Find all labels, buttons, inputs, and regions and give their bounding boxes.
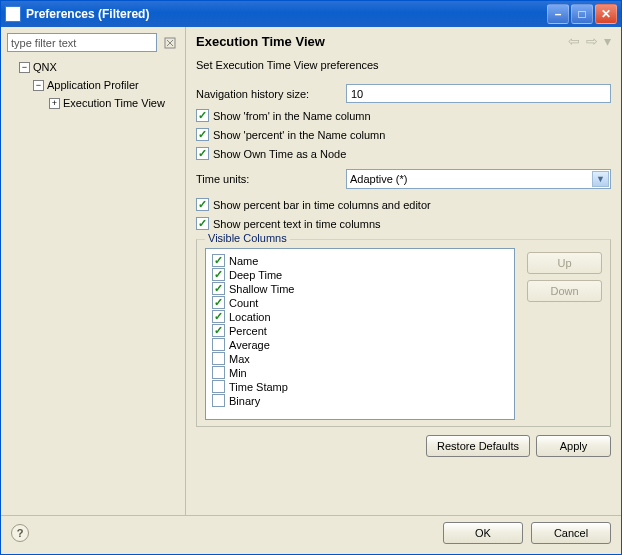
tree-pane: − QNX − Application Profiler + Execution…: [1, 27, 186, 515]
page-description: Set Execution Time View preferences: [196, 59, 611, 71]
nav-history-input[interactable]: [346, 84, 611, 103]
time-units-value: Adaptive (*): [350, 173, 407, 185]
column-label: Average: [229, 339, 270, 351]
column-label: Count: [229, 297, 258, 309]
column-checkbox[interactable]: ✓: [212, 366, 225, 379]
column-label: Percent: [229, 325, 267, 337]
column-checkbox[interactable]: ✓: [212, 324, 225, 337]
tree-item-qnx[interactable]: QNX: [33, 61, 57, 73]
column-row: ✓Count: [212, 296, 508, 309]
minimize-button[interactable]: –: [547, 4, 569, 24]
chevron-down-icon: ▼: [592, 171, 609, 187]
column-checkbox[interactable]: ✓: [212, 352, 225, 365]
show-percent-name-checkbox[interactable]: ✓: [196, 128, 209, 141]
tree-item-app-profiler[interactable]: Application Profiler: [47, 79, 139, 91]
column-checkbox[interactable]: ✓: [212, 338, 225, 351]
column-checkbox[interactable]: ✓: [212, 282, 225, 295]
show-percent-bar-checkbox[interactable]: ✓: [196, 198, 209, 211]
column-row: ✓Name: [212, 254, 508, 267]
column-row: ✓Binary: [212, 394, 508, 407]
ok-button[interactable]: OK: [443, 522, 523, 544]
nav-forward-icon[interactable]: ⇨: [586, 33, 598, 49]
column-checkbox[interactable]: ✓: [212, 254, 225, 267]
column-row: ✓Deep Time: [212, 268, 508, 281]
apply-button[interactable]: Apply: [536, 435, 611, 457]
column-row: ✓Shallow Time: [212, 282, 508, 295]
preference-tree[interactable]: − QNX − Application Profiler + Execution…: [7, 58, 179, 112]
show-percent-name-label: Show 'percent' in the Name column: [213, 129, 385, 141]
column-checkbox[interactable]: ✓: [212, 394, 225, 407]
visible-columns-list[interactable]: ✓Name✓Deep Time✓Shallow Time✓Count✓Locat…: [205, 248, 515, 420]
page-title: Execution Time View: [196, 34, 568, 49]
nav-menu-icon[interactable]: ▾: [604, 33, 611, 49]
column-label: Max: [229, 353, 250, 365]
time-units-select[interactable]: Adaptive (*) ▼: [346, 169, 611, 189]
show-from-label: Show 'from' in the Name column: [213, 110, 371, 122]
show-percent-text-checkbox[interactable]: ✓: [196, 217, 209, 230]
column-row: ✓Location: [212, 310, 508, 323]
move-up-button[interactable]: Up: [527, 252, 602, 274]
restore-defaults-button[interactable]: Restore Defaults: [426, 435, 530, 457]
show-percent-text-label: Show percent text in time columns: [213, 218, 381, 230]
column-label: Min: [229, 367, 247, 379]
nav-back-icon[interactable]: ⇦: [568, 33, 580, 49]
tree-collapse-icon[interactable]: −: [19, 62, 30, 73]
visible-columns-legend: Visible Columns: [205, 232, 290, 244]
cancel-button[interactable]: Cancel: [531, 522, 611, 544]
column-row: ✓Average: [212, 338, 508, 351]
visible-columns-group: Visible Columns ✓Name✓Deep Time✓Shallow …: [196, 239, 611, 427]
titlebar: Preferences (Filtered) – □ ✕: [1, 1, 621, 27]
move-down-button[interactable]: Down: [527, 280, 602, 302]
tree-item-exec-time-view[interactable]: Execution Time View: [63, 97, 165, 109]
column-row: ✓Max: [212, 352, 508, 365]
help-icon[interactable]: ?: [11, 524, 29, 542]
clear-filter-icon[interactable]: [161, 34, 179, 52]
column-label: Time Stamp: [229, 381, 288, 393]
filter-input[interactable]: [7, 33, 157, 52]
show-own-time-checkbox[interactable]: ✓: [196, 147, 209, 160]
column-checkbox[interactable]: ✓: [212, 380, 225, 393]
nav-history-label: Navigation history size:: [196, 88, 346, 100]
column-checkbox[interactable]: ✓: [212, 268, 225, 281]
show-from-checkbox[interactable]: ✓: [196, 109, 209, 122]
column-row: ✓Time Stamp: [212, 380, 508, 393]
maximize-button[interactable]: □: [571, 4, 593, 24]
column-checkbox[interactable]: ✓: [212, 296, 225, 309]
column-checkbox[interactable]: ✓: [212, 310, 225, 323]
app-icon: [5, 6, 21, 22]
tree-collapse-icon[interactable]: −: [33, 80, 44, 91]
tree-expand-icon[interactable]: +: [49, 98, 60, 109]
column-label: Shallow Time: [229, 283, 294, 295]
column-label: Deep Time: [229, 269, 282, 281]
preference-page: Execution Time View ⇦ ⇨ ▾ Set Execution …: [186, 27, 621, 515]
show-own-time-label: Show Own Time as a Node: [213, 148, 346, 160]
close-button[interactable]: ✕: [595, 4, 617, 24]
column-row: ✓Min: [212, 366, 508, 379]
column-row: ✓Percent: [212, 324, 508, 337]
column-label: Location: [229, 311, 271, 323]
time-units-label: Time units:: [196, 173, 346, 185]
window-title: Preferences (Filtered): [26, 7, 547, 21]
show-percent-bar-label: Show percent bar in time columns and edi…: [213, 199, 431, 211]
column-label: Binary: [229, 395, 260, 407]
column-label: Name: [229, 255, 258, 267]
